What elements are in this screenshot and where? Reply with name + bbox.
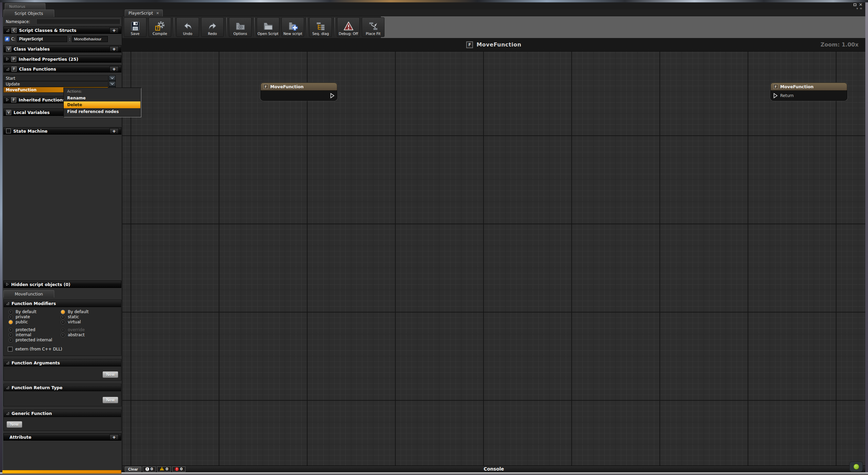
context-menu-item-rename[interactable]: Rename bbox=[64, 95, 140, 101]
new-return-type-button[interactable]: New bbox=[102, 397, 118, 403]
radio-icon[interactable] bbox=[8, 338, 13, 342]
radio-icon[interactable] bbox=[8, 328, 13, 332]
section-class-variables[interactable]: V Class Variables + bbox=[3, 45, 121, 53]
panel-function-modifiers-header[interactable]: Function Modifiers bbox=[4, 300, 121, 307]
expander-closed-icon[interactable] bbox=[6, 283, 9, 286]
tab-movefunction-label: MoveFunction bbox=[15, 292, 43, 297]
exec-output-pin[interactable] bbox=[330, 93, 335, 100]
function-row-update-label[interactable]: Update bbox=[3, 81, 108, 87]
status-button[interactable] bbox=[849, 461, 863, 472]
new-generic-button[interactable]: New bbox=[6, 421, 22, 428]
radio-icon[interactable] bbox=[8, 315, 13, 319]
function-box-icon: F bbox=[263, 84, 268, 89]
function-row-start-label[interactable]: Start bbox=[3, 75, 108, 81]
radio-mod-static[interactable]: static bbox=[61, 315, 79, 319]
new-argument-button[interactable]: New bbox=[102, 371, 118, 378]
toolbar-divider bbox=[306, 18, 307, 37]
sequence-diagram-button[interactable]: Seq. diag bbox=[309, 17, 332, 37]
expander-open-icon[interactable] bbox=[6, 386, 9, 389]
radio-icon[interactable] bbox=[61, 333, 65, 337]
node-canvas[interactable]: F MoveFunction Zoom: 1.00x F MoveFunctio… bbox=[122, 38, 865, 466]
base-type-field[interactable] bbox=[72, 36, 108, 42]
debug-toggle-button[interactable]: Debug: Off bbox=[337, 17, 360, 37]
radio-access-public[interactable]: public bbox=[8, 320, 28, 324]
extern-checkbox-row[interactable]: extern (from C++ DLL) bbox=[8, 347, 62, 352]
function-dropdown-button[interactable] bbox=[109, 81, 116, 87]
node-body: Return bbox=[771, 91, 847, 100]
expander-open-icon[interactable] bbox=[6, 412, 9, 415]
expander-closed-icon[interactable] bbox=[6, 98, 9, 101]
extern-label: extern (from C++ DLL) bbox=[15, 347, 62, 352]
console-message-counter[interactable]: ! 0 bbox=[143, 467, 156, 472]
add-state-button[interactable]: + bbox=[110, 128, 119, 134]
expander-open-icon[interactable] bbox=[6, 29, 9, 32]
compile-icon: ? bbox=[155, 21, 165, 31]
radio-access-private[interactable]: private bbox=[8, 315, 30, 319]
section-hidden-objects[interactable]: Hidden script objects (0) bbox=[3, 281, 121, 288]
node-movefunction-entry[interactable]: F MoveFunction bbox=[260, 82, 337, 101]
tab-movefunction-inspector[interactable]: MoveFunction bbox=[3, 290, 54, 298]
add-attribute-button[interactable]: + bbox=[110, 434, 119, 440]
expander-closed-icon[interactable] bbox=[6, 57, 9, 61]
options-button[interactable]: Options bbox=[229, 17, 252, 37]
panel-generic-function-header[interactable]: Generic Function bbox=[4, 410, 121, 417]
section-inherited-properties[interactable]: P Inherited Properties (25) bbox=[3, 55, 121, 63]
exec-input-pin[interactable]: Return bbox=[773, 93, 794, 98]
radio-icon[interactable] bbox=[8, 310, 13, 314]
add-variable-button[interactable]: + bbox=[110, 46, 119, 52]
radio-access-internal[interactable]: internal bbox=[8, 332, 31, 337]
new-script-button[interactable]: New script bbox=[281, 17, 304, 37]
radio-icon[interactable] bbox=[61, 320, 65, 324]
node-header[interactable]: F MoveFunction bbox=[771, 83, 847, 91]
undo-button[interactable]: Undo bbox=[176, 17, 199, 37]
section-state-machine[interactable]: State Machine + bbox=[3, 127, 121, 135]
context-menu-item-find-referenced-nodes[interactable]: Find referenced nodes bbox=[64, 108, 140, 115]
state-machine-checkbox[interactable] bbox=[6, 129, 11, 133]
console-error-counter[interactable]: ! 0 bbox=[172, 467, 185, 472]
maximize-icon[interactable] bbox=[853, 3, 856, 6]
window-bottom-edge bbox=[0, 472, 868, 475]
radio-icon[interactable] bbox=[61, 315, 65, 319]
radio-access-protected-internal[interactable]: protected internal bbox=[8, 338, 52, 342]
radio-access-by-default[interactable]: By default bbox=[8, 309, 36, 314]
expander-open-icon[interactable] bbox=[6, 302, 9, 305]
function-dropdown-button[interactable] bbox=[109, 75, 116, 81]
node-header[interactable]: F MoveFunction bbox=[261, 83, 337, 91]
add-class-button[interactable]: + bbox=[110, 27, 119, 33]
close-icon[interactable]: ✕ bbox=[859, 3, 863, 6]
expander-open-icon[interactable] bbox=[6, 68, 9, 71]
function-row-start[interactable]: Start bbox=[3, 75, 116, 81]
panel-function-arguments-header[interactable]: Function Arguments bbox=[4, 359, 121, 366]
radio-icon[interactable] bbox=[8, 333, 13, 337]
section-class-functions[interactable]: F Class Functions + bbox=[3, 65, 121, 73]
radio-icon-selected[interactable] bbox=[61, 310, 65, 314]
compile-button[interactable]: ? Compile bbox=[149, 17, 171, 37]
radio-mod-abstract[interactable]: abstract bbox=[61, 332, 85, 337]
open-script-button[interactable]: Open Script bbox=[257, 17, 279, 37]
node-movefunction-return[interactable]: F MoveFunction Return bbox=[770, 82, 847, 101]
radio-icon-selected[interactable] bbox=[8, 320, 13, 324]
section-attribute[interactable]: Attribute + bbox=[3, 433, 121, 441]
radio-access-protected[interactable]: protected bbox=[8, 327, 35, 332]
expander-open-icon[interactable] bbox=[6, 361, 9, 364]
class-name-field[interactable] bbox=[17, 36, 67, 42]
redo-button[interactable]: Redo bbox=[201, 17, 224, 37]
namespace-input[interactable] bbox=[36, 19, 120, 24]
context-menu-item-delete[interactable]: Delete bbox=[64, 101, 140, 108]
tab-playerscript[interactable]: PlayerScript × bbox=[125, 10, 163, 16]
svg-text:?: ? bbox=[156, 26, 158, 30]
console-warning-counter[interactable]: 0 bbox=[157, 467, 171, 472]
function-row-update[interactable]: Update bbox=[3, 81, 116, 87]
app-tab[interactable]: Nottorus bbox=[5, 3, 45, 10]
add-function-button[interactable]: + bbox=[110, 66, 119, 72]
section-script-classes[interactable]: C Script Classes & Structs + bbox=[3, 26, 121, 34]
save-button[interactable]: Save bbox=[124, 17, 146, 37]
tab-close-icon[interactable]: × bbox=[156, 11, 159, 15]
radio-mod-virtual[interactable]: virtual bbox=[61, 320, 81, 324]
radio-mod-by-default[interactable]: By default bbox=[61, 309, 88, 314]
extern-checkbox[interactable] bbox=[8, 347, 13, 352]
tab-script-objects[interactable]: Script Objects bbox=[3, 10, 54, 17]
panel-function-return-type-header[interactable]: Function Return Type bbox=[4, 384, 121, 391]
console-clear-button[interactable]: Clear bbox=[125, 467, 141, 472]
place-fit-button[interactable]: Place Fit bbox=[362, 17, 384, 37]
